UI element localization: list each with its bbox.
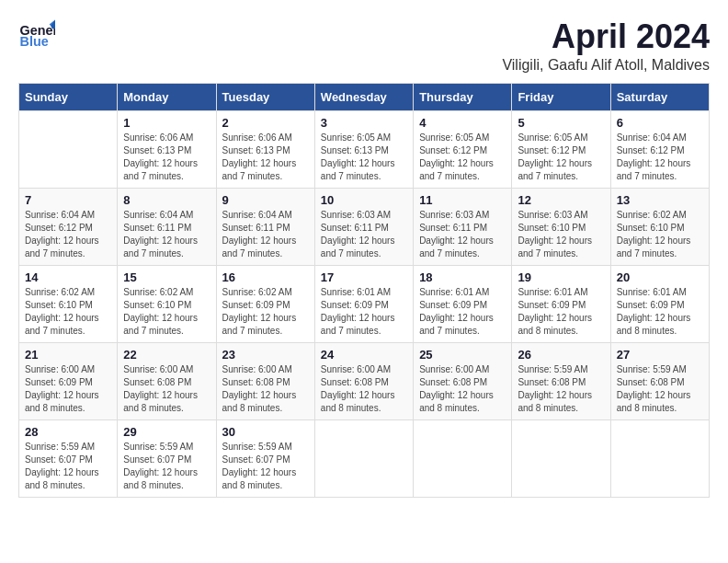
calendar-cell: 25Sunrise: 6:00 AMSunset: 6:08 PMDayligh…	[414, 342, 512, 419]
day-info: Sunrise: 6:05 AMSunset: 6:12 PMDaylight:…	[518, 132, 604, 183]
calendar-cell	[19, 110, 118, 188]
day-number: 29	[123, 425, 210, 439]
calendar-cell: 8Sunrise: 6:04 AMSunset: 6:11 PMDaylight…	[118, 188, 216, 265]
day-info: Sunrise: 6:00 AMSunset: 6:09 PMDaylight:…	[25, 363, 111, 415]
calendar-header-sunday: Sunday	[19, 83, 118, 110]
title-section: April 2024 Viligili, Gaafu Alif Atoll, M…	[502, 18, 710, 74]
day-number: 21	[25, 348, 111, 362]
day-info: Sunrise: 5:59 AMSunset: 6:07 PMDaylight:…	[123, 441, 210, 492]
calendar-cell	[512, 419, 610, 497]
calendar-cell: 2Sunrise: 6:06 AMSunset: 6:13 PMDaylight…	[216, 110, 314, 188]
calendar-cell: 17Sunrise: 6:01 AMSunset: 6:09 PMDayligh…	[314, 265, 413, 342]
day-info: Sunrise: 5:59 AMSunset: 6:08 PMDaylight:…	[617, 363, 703, 415]
day-number: 19	[518, 270, 604, 284]
calendar-header-wednesday: Wednesday	[314, 83, 413, 110]
day-number: 1	[123, 116, 210, 130]
day-number: 28	[25, 425, 111, 439]
calendar-cell: 11Sunrise: 6:03 AMSunset: 6:11 PMDayligh…	[414, 188, 512, 265]
day-number: 16	[222, 270, 309, 284]
day-info: Sunrise: 6:03 AMSunset: 6:11 PMDaylight:…	[419, 209, 506, 260]
calendar-cell: 26Sunrise: 5:59 AMSunset: 6:08 PMDayligh…	[512, 342, 610, 419]
calendar-header-monday: Monday	[118, 83, 216, 110]
calendar-cell: 30Sunrise: 5:59 AMSunset: 6:07 PMDayligh…	[216, 419, 314, 497]
calendar-cell: 16Sunrise: 6:02 AMSunset: 6:09 PMDayligh…	[216, 265, 314, 342]
calendar-cell	[414, 419, 512, 497]
day-info: Sunrise: 6:00 AMSunset: 6:08 PMDaylight:…	[123, 363, 210, 415]
calendar-cell: 7Sunrise: 6:04 AMSunset: 6:12 PMDaylight…	[19, 188, 118, 265]
day-number: 5	[518, 116, 604, 130]
day-number: 2	[222, 116, 309, 130]
calendar-cell: 23Sunrise: 6:00 AMSunset: 6:08 PMDayligh…	[216, 342, 314, 419]
day-number: 7	[25, 193, 111, 207]
day-number: 27	[617, 348, 703, 362]
calendar-cell: 6Sunrise: 6:04 AMSunset: 6:12 PMDaylight…	[610, 110, 709, 188]
day-number: 3	[321, 116, 407, 130]
day-number: 30	[222, 425, 309, 439]
day-number: 9	[222, 193, 309, 207]
day-info: Sunrise: 6:01 AMSunset: 6:09 PMDaylight:…	[518, 286, 604, 338]
day-number: 8	[123, 193, 210, 207]
day-info: Sunrise: 5:59 AMSunset: 6:07 PMDaylight:…	[222, 441, 309, 492]
calendar-cell: 21Sunrise: 6:00 AMSunset: 6:09 PMDayligh…	[19, 342, 118, 419]
day-info: Sunrise: 6:04 AMSunset: 6:12 PMDaylight:…	[25, 209, 111, 260]
calendar-header-friday: Friday	[512, 83, 610, 110]
calendar-cell: 20Sunrise: 6:01 AMSunset: 6:09 PMDayligh…	[610, 265, 709, 342]
calendar-header-tuesday: Tuesday	[216, 83, 314, 110]
calendar-cell: 14Sunrise: 6:02 AMSunset: 6:10 PMDayligh…	[19, 265, 118, 342]
calendar-cell: 19Sunrise: 6:01 AMSunset: 6:09 PMDayligh…	[512, 265, 610, 342]
day-number: 17	[321, 270, 407, 284]
day-info: Sunrise: 6:03 AMSunset: 6:10 PMDaylight:…	[518, 209, 604, 260]
day-info: Sunrise: 6:06 AMSunset: 6:13 PMDaylight:…	[222, 132, 309, 183]
day-info: Sunrise: 6:00 AMSunset: 6:08 PMDaylight:…	[321, 363, 407, 415]
day-number: 14	[25, 270, 111, 284]
day-info: Sunrise: 6:01 AMSunset: 6:09 PMDaylight:…	[419, 286, 506, 338]
calendar-cell: 28Sunrise: 5:59 AMSunset: 6:07 PMDayligh…	[19, 419, 118, 497]
location-title: Viligili, Gaafu Alif Atoll, Maldives	[502, 57, 710, 74]
day-number: 26	[518, 348, 604, 362]
day-number: 25	[419, 348, 506, 362]
day-info: Sunrise: 6:04 AMSunset: 6:11 PMDaylight:…	[222, 209, 309, 260]
day-info: Sunrise: 6:00 AMSunset: 6:08 PMDaylight:…	[419, 363, 506, 415]
calendar-cell: 27Sunrise: 5:59 AMSunset: 6:08 PMDayligh…	[610, 342, 709, 419]
day-number: 11	[419, 193, 506, 207]
logo-icon: General Blue	[18, 18, 55, 55]
day-info: Sunrise: 6:06 AMSunset: 6:13 PMDaylight:…	[123, 132, 210, 183]
calendar-cell: 29Sunrise: 5:59 AMSunset: 6:07 PMDayligh…	[118, 419, 216, 497]
calendar-cell: 24Sunrise: 6:00 AMSunset: 6:08 PMDayligh…	[314, 342, 413, 419]
calendar-header-thursday: Thursday	[414, 83, 512, 110]
day-number: 10	[321, 193, 407, 207]
day-info: Sunrise: 6:05 AMSunset: 6:13 PMDaylight:…	[321, 132, 407, 183]
calendar-header-saturday: Saturday	[610, 83, 709, 110]
day-number: 12	[518, 193, 604, 207]
day-number: 24	[321, 348, 407, 362]
calendar-cell: 1Sunrise: 6:06 AMSunset: 6:13 PMDaylight…	[118, 110, 216, 188]
month-title: April 2024	[502, 18, 710, 55]
day-info: Sunrise: 6:01 AMSunset: 6:09 PMDaylight:…	[617, 286, 703, 338]
day-number: 4	[419, 116, 506, 130]
calendar-cell: 15Sunrise: 6:02 AMSunset: 6:10 PMDayligh…	[118, 265, 216, 342]
day-info: Sunrise: 6:05 AMSunset: 6:12 PMDaylight:…	[419, 132, 506, 183]
day-info: Sunrise: 6:02 AMSunset: 6:10 PMDaylight:…	[617, 209, 703, 260]
calendar-cell: 4Sunrise: 6:05 AMSunset: 6:12 PMDaylight…	[414, 110, 512, 188]
calendar-cell	[610, 419, 709, 497]
day-number: 15	[123, 270, 210, 284]
day-number: 18	[419, 270, 506, 284]
day-number: 6	[617, 116, 703, 130]
day-info: Sunrise: 6:02 AMSunset: 6:09 PMDaylight:…	[222, 286, 309, 338]
calendar-cell	[314, 419, 413, 497]
calendar-cell: 5Sunrise: 6:05 AMSunset: 6:12 PMDaylight…	[512, 110, 610, 188]
calendar-cell: 10Sunrise: 6:03 AMSunset: 6:11 PMDayligh…	[314, 188, 413, 265]
calendar-cell: 3Sunrise: 6:05 AMSunset: 6:13 PMDaylight…	[314, 110, 413, 188]
logo: General Blue	[18, 18, 59, 55]
page-header: General Blue April 2024 Viligili, Gaafu …	[18, 18, 710, 74]
calendar-cell: 18Sunrise: 6:01 AMSunset: 6:09 PMDayligh…	[414, 265, 512, 342]
day-number: 13	[617, 193, 703, 207]
day-info: Sunrise: 5:59 AMSunset: 6:07 PMDaylight:…	[25, 441, 111, 492]
day-number: 22	[123, 348, 210, 362]
day-info: Sunrise: 6:01 AMSunset: 6:09 PMDaylight:…	[321, 286, 407, 338]
day-info: Sunrise: 6:02 AMSunset: 6:10 PMDaylight:…	[123, 286, 210, 338]
day-number: 23	[222, 348, 309, 362]
day-info: Sunrise: 6:00 AMSunset: 6:08 PMDaylight:…	[222, 363, 309, 415]
day-info: Sunrise: 6:04 AMSunset: 6:11 PMDaylight:…	[123, 209, 210, 260]
day-info: Sunrise: 6:02 AMSunset: 6:10 PMDaylight:…	[25, 286, 111, 338]
